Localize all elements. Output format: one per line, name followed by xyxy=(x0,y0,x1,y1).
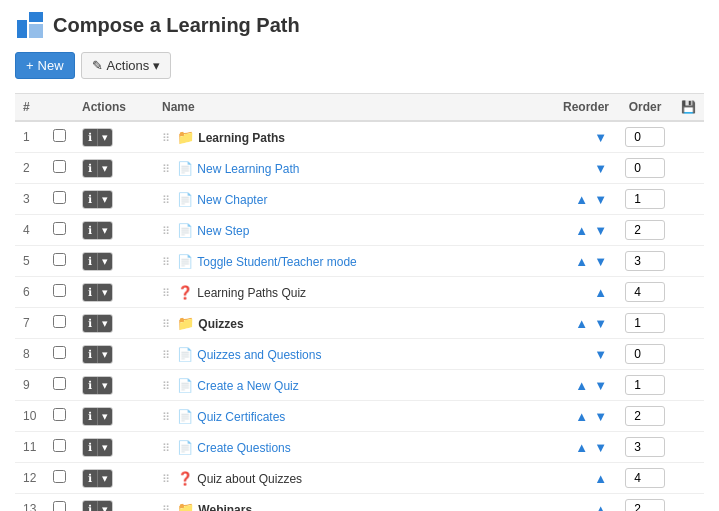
reorder-down-button[interactable]: ▼ xyxy=(592,315,609,332)
reorder-down-button[interactable]: ▼ xyxy=(592,191,609,208)
drag-handle[interactable]: ⠿ xyxy=(162,380,170,392)
row-checkbox[interactable] xyxy=(53,439,66,452)
drag-handle[interactable]: ⠿ xyxy=(162,411,170,423)
drag-handle[interactable]: ⠿ xyxy=(162,349,170,361)
order-input[interactable] xyxy=(625,344,665,364)
row-checkbox[interactable] xyxy=(53,470,66,483)
action-dropdown-button[interactable]: ▾ xyxy=(97,439,112,456)
order-input[interactable] xyxy=(625,375,665,395)
drag-handle[interactable]: ⠿ xyxy=(162,287,170,299)
row-checkbox[interactable] xyxy=(53,129,66,142)
reorder-down-button[interactable]: ▼ xyxy=(592,222,609,239)
action-info-button[interactable]: ℹ xyxy=(83,501,97,512)
row-reorder-cell: ▲▼ xyxy=(547,308,617,339)
order-input[interactable] xyxy=(625,406,665,426)
action-info-button[interactable]: ℹ xyxy=(83,160,97,177)
row-name-link[interactable]: New Step xyxy=(197,224,249,238)
drag-handle[interactable]: ⠿ xyxy=(162,318,170,330)
reorder-up-button[interactable]: ▲ xyxy=(592,501,609,512)
row-name-link[interactable]: Create Questions xyxy=(197,441,290,455)
row-checkbox[interactable] xyxy=(53,253,66,266)
row-checkbox[interactable] xyxy=(53,377,66,390)
drag-handle[interactable]: ⠿ xyxy=(162,256,170,268)
order-input[interactable] xyxy=(625,251,665,271)
row-checkbox[interactable] xyxy=(53,284,66,297)
action-dropdown-button[interactable]: ▾ xyxy=(97,253,112,270)
row-name-link[interactable]: Create a New Quiz xyxy=(197,379,298,393)
row-checkbox[interactable] xyxy=(53,160,66,173)
order-input[interactable] xyxy=(625,158,665,178)
reorder-down-button[interactable]: ▼ xyxy=(592,439,609,456)
action-dropdown-button[interactable]: ▾ xyxy=(97,222,112,239)
row-name-link[interactable]: Quiz Certificates xyxy=(197,410,285,424)
reorder-up-button[interactable]: ▲ xyxy=(573,191,590,208)
reorder-down-button[interactable]: ▼ xyxy=(592,346,609,363)
drag-handle[interactable]: ⠿ xyxy=(162,194,170,206)
reorder-up-button[interactable]: ▲ xyxy=(592,284,609,301)
drag-handle[interactable]: ⠿ xyxy=(162,473,170,485)
row-name-link[interactable]: New Chapter xyxy=(197,193,267,207)
row-name-link[interactable]: Quizzes and Questions xyxy=(197,348,321,362)
row-checkbox-cell xyxy=(45,463,74,494)
action-dropdown-button[interactable]: ▾ xyxy=(97,191,112,208)
new-button[interactable]: + New xyxy=(15,52,75,79)
action-dropdown-button[interactable]: ▾ xyxy=(97,129,112,146)
action-info-button[interactable]: ℹ xyxy=(83,315,97,332)
drag-handle[interactable]: ⠿ xyxy=(162,504,170,511)
reorder-up-button[interactable]: ▲ xyxy=(592,470,609,487)
action-info-button[interactable]: ℹ xyxy=(83,284,97,301)
action-dropdown-button[interactable]: ▾ xyxy=(97,377,112,394)
action-info-button[interactable]: ℹ xyxy=(83,191,97,208)
row-checkbox[interactable] xyxy=(53,315,66,328)
action-info-button[interactable]: ℹ xyxy=(83,408,97,425)
row-reorder-cell: ▲ xyxy=(547,463,617,494)
order-input[interactable] xyxy=(625,499,665,511)
row-checkbox[interactable] xyxy=(53,222,66,235)
action-info-button[interactable]: ℹ xyxy=(83,470,97,487)
order-input[interactable] xyxy=(625,127,665,147)
drag-handle[interactable]: ⠿ xyxy=(162,132,170,144)
row-name-link[interactable]: Toggle Student/Teacher mode xyxy=(197,255,356,269)
order-input[interactable] xyxy=(625,468,665,488)
reorder-up-button[interactable]: ▲ xyxy=(573,439,590,456)
reorder-down-button[interactable]: ▼ xyxy=(592,377,609,394)
action-info-button[interactable]: ℹ xyxy=(83,129,97,146)
action-info-button[interactable]: ℹ xyxy=(83,377,97,394)
order-input[interactable] xyxy=(625,220,665,240)
reorder-down-button[interactable]: ▼ xyxy=(592,253,609,270)
order-input[interactable] xyxy=(625,282,665,302)
row-checkbox[interactable] xyxy=(53,191,66,204)
action-dropdown-button[interactable]: ▾ xyxy=(97,284,112,301)
actions-button[interactable]: ✎ Actions ▾ xyxy=(81,52,172,79)
action-info-button[interactable]: ℹ xyxy=(83,439,97,456)
reorder-down-button[interactable]: ▼ xyxy=(592,408,609,425)
reorder-up-button[interactable]: ▲ xyxy=(573,222,590,239)
reorder-down-button[interactable]: ▼ xyxy=(592,129,609,146)
action-dropdown-button[interactable]: ▾ xyxy=(97,501,112,512)
order-input[interactable] xyxy=(625,313,665,333)
reorder-up-button[interactable]: ▲ xyxy=(573,315,590,332)
row-checkbox[interactable] xyxy=(53,408,66,421)
order-input[interactable] xyxy=(625,437,665,457)
drag-handle[interactable]: ⠿ xyxy=(162,163,170,175)
row-checkbox[interactable] xyxy=(53,501,66,511)
row-name-link[interactable]: New Learning Path xyxy=(197,162,299,176)
action-dropdown-button[interactable]: ▾ xyxy=(97,315,112,332)
drag-handle[interactable]: ⠿ xyxy=(162,225,170,237)
action-dropdown-button[interactable]: ▾ xyxy=(97,470,112,487)
save-all-icon[interactable]: 💾 xyxy=(681,100,696,114)
reorder-up-button[interactable]: ▲ xyxy=(573,408,590,425)
action-info-button[interactable]: ℹ xyxy=(83,253,97,270)
row-checkbox[interactable] xyxy=(53,346,66,359)
action-dropdown-button[interactable]: ▾ xyxy=(97,408,112,425)
reorder-down-button[interactable]: ▼ xyxy=(592,160,609,177)
drag-handle[interactable]: ⠿ xyxy=(162,442,170,454)
row-num: 10 xyxy=(15,401,45,432)
reorder-up-button[interactable]: ▲ xyxy=(573,253,590,270)
action-info-button[interactable]: ℹ xyxy=(83,222,97,239)
action-dropdown-button[interactable]: ▾ xyxy=(97,160,112,177)
action-info-button[interactable]: ℹ xyxy=(83,346,97,363)
order-input[interactable] xyxy=(625,189,665,209)
reorder-up-button[interactable]: ▲ xyxy=(573,377,590,394)
action-dropdown-button[interactable]: ▾ xyxy=(97,346,112,363)
